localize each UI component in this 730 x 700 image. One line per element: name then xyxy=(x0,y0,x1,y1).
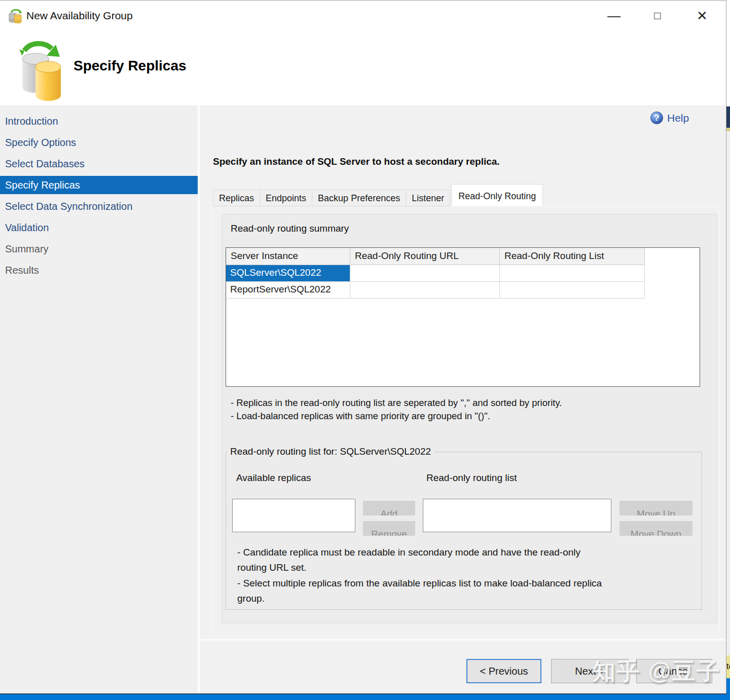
summary-note: - Replicas in the read-only routing list… xyxy=(231,397,562,409)
routing-list-label: Read-only routing list xyxy=(426,472,517,484)
tab-endpoints[interactable]: Endpoints xyxy=(260,190,312,206)
routing-summary-title: Read-only routing summary xyxy=(231,223,349,234)
cell-server-instance[interactable]: SQLServer\SQL2022 xyxy=(226,265,350,282)
cell-routing-url[interactable] xyxy=(350,282,500,299)
help-label: Help xyxy=(667,112,689,124)
cell-routing-list[interactable] xyxy=(500,282,645,299)
edge-peek-text: te xyxy=(726,661,730,672)
sidebar-item-results: Results xyxy=(0,260,198,281)
available-replicas-listbox[interactable] xyxy=(232,499,355,532)
column-header-routing-list: Read-Only Routing List xyxy=(500,248,645,265)
main-panel: ?Help Specify an instance of SQL Server … xyxy=(200,105,726,693)
window-right-border xyxy=(726,0,726,693)
candidate-note: - Candidate replica must be readable in … xyxy=(237,545,694,560)
replica-databases-icon xyxy=(13,35,66,102)
minimize-button[interactable]: — xyxy=(597,1,631,30)
sidebar-item-specify-options[interactable]: Specify Options xyxy=(0,132,198,153)
tab-replicas[interactable]: Replicas xyxy=(213,190,260,206)
maximize-button[interactable]: □ xyxy=(641,1,674,30)
page-title: Specify Replicas xyxy=(74,58,187,74)
availability-group-icon xyxy=(8,9,22,23)
routing-list-listbox[interactable] xyxy=(423,499,611,532)
tab-read-only-routing[interactable]: Read-Only Routing xyxy=(451,184,543,206)
help-link[interactable]: ?Help xyxy=(650,112,689,124)
tab-backup-preferences[interactable]: Backup Preferences xyxy=(312,190,406,206)
edge-strip xyxy=(726,0,730,106)
available-replicas-label: Available replicas xyxy=(236,472,311,484)
summary-note: - Load-balanced replicas with same prior… xyxy=(231,411,490,422)
help-icon: ? xyxy=(650,112,663,124)
candidate-note: group. xyxy=(237,591,694,606)
tab-bar: Replicas Endpoints Backup Preferences Li… xyxy=(213,184,543,206)
sidebar-item-validation[interactable]: Validation xyxy=(0,217,198,238)
zhihu-watermark: 知乎 @豆子 xyxy=(592,656,721,687)
wizard-steps-sidebar: Introduction Specify Options Select Data… xyxy=(0,105,198,693)
title-bar: New Availability Group — □ ✕ xyxy=(0,0,726,31)
column-header-server-instance: Server Instance xyxy=(226,248,350,265)
edge-strip-tooltip: te xyxy=(726,655,730,678)
sidebar-item-specify-replicas[interactable]: Specify Replicas xyxy=(0,176,198,194)
remove-button: Remove xyxy=(363,521,415,536)
move-down-button: Move Down xyxy=(619,521,692,536)
column-header-routing-url: Read-Only Routing URL xyxy=(350,248,500,265)
close-button[interactable]: ✕ xyxy=(685,1,719,30)
routing-list-groupbox-title: Read-only routing list for: SQLServer\SQ… xyxy=(227,446,434,457)
new-availability-group-window: New Availability Group — □ ✕ xyxy=(0,0,730,700)
cell-routing-url[interactable] xyxy=(350,265,500,282)
previous-button[interactable]: < Previous xyxy=(466,659,541,683)
move-up-button: Move Up xyxy=(619,501,692,515)
edge-strip-blue xyxy=(726,678,730,700)
edge-strip-navy xyxy=(726,106,730,128)
routing-list-groupbox: Read-only routing list for: SQLServer\SQ… xyxy=(226,446,702,610)
sidebar-item-select-databases[interactable]: Select Databases xyxy=(0,153,198,174)
window-title: New Availability Group xyxy=(26,10,133,22)
sidebar-item-select-data-synchronization[interactable]: Select Data Synchronization xyxy=(0,196,198,217)
table-row[interactable]: SQLServer\SQL2022 xyxy=(226,265,700,282)
wizard-header: Specify Replicas xyxy=(0,31,726,105)
add-button: Add xyxy=(363,501,415,515)
tab-listener[interactable]: Listener xyxy=(406,190,450,206)
table-header-row: Server Instance Read-Only Routing URL Re… xyxy=(226,248,700,265)
instruction-heading: Specify an instance of SQL Server to hos… xyxy=(213,156,500,167)
cell-server-instance[interactable]: ReportServer\SQL2022 xyxy=(226,282,350,299)
footer-divider xyxy=(200,639,726,641)
sidebar-item-summary: Summary xyxy=(0,238,198,260)
sidebar-item-introduction[interactable]: Introduction xyxy=(0,110,198,132)
cell-routing-list[interactable] xyxy=(500,265,645,282)
routing-summary-table: Server Instance Read-Only Routing URL Re… xyxy=(226,247,700,387)
bottom-status-bar xyxy=(0,693,726,700)
edge-strip-yellow xyxy=(726,128,730,131)
table-row[interactable]: ReportServer\SQL2022 xyxy=(226,282,700,299)
candidate-note: - Select multiple replicas from the avai… xyxy=(237,576,694,591)
candidate-note: routing URL set. xyxy=(237,560,694,575)
edge-strip-gray xyxy=(726,131,730,655)
